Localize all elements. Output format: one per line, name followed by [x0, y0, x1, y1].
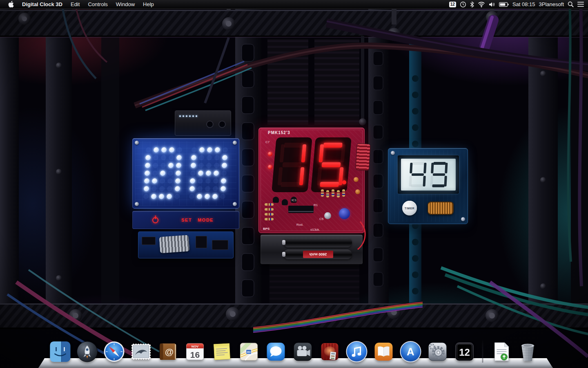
resistor [265, 208, 274, 211]
dock-item-maps[interactable]: 280 [238, 341, 260, 363]
dock-item-ibooks[interactable] [373, 341, 395, 363]
bluetooth-menu-extra[interactable] [470, 1, 474, 8]
photo-booth-icon [319, 341, 341, 363]
dock-separator [482, 339, 483, 363]
sticky-note-icon [211, 341, 233, 363]
svg-text:A: A [407, 346, 414, 358]
calendar-icon: NOV 16 [184, 341, 206, 363]
desktop: SET MODE PMK152'3 C7 IC1 R1 C5 Rod. o13c… [0, 0, 588, 368]
dock-item-trash[interactable] [517, 341, 539, 363]
component-chip [196, 236, 207, 248]
screw-icon [461, 217, 465, 221]
hours-pcb [138, 231, 234, 258]
dock-item-notes[interactable] [211, 341, 233, 363]
status-leds [179, 115, 197, 117]
copper-coil [428, 202, 454, 215]
bluetooth-icon [470, 1, 474, 8]
menu-controls[interactable]: Controls [84, 0, 111, 9]
dock-item-calendar[interactable]: NOV 16 [184, 341, 206, 363]
board-label: PMK152'3 [268, 130, 290, 135]
screw-icon [391, 151, 395, 155]
dock-item-app-store[interactable]: A [400, 341, 422, 363]
ribbon-cable [159, 235, 190, 254]
dock-item-messages[interactable] [265, 341, 287, 363]
resistor [321, 189, 324, 197]
spotlight-menu-extra[interactable] [568, 1, 574, 7]
hours-dot-matrix-display [133, 139, 239, 208]
dock-item-facetime[interactable] [292, 341, 314, 363]
ribbon-cable [355, 143, 370, 171]
component-chip [212, 240, 228, 250]
red-led-icon [268, 152, 272, 156]
resistor [265, 213, 274, 215]
mode-button[interactable]: MODE [198, 218, 214, 222]
menubar-clock[interactable]: Sat 08:15 [512, 1, 535, 7]
board-ref-bps: BPS [263, 227, 270, 231]
volume-menu-extra[interactable] [489, 2, 495, 7]
battery-menu-extra[interactable] [499, 2, 509, 7]
clock-menu-extra[interactable] [460, 1, 466, 8]
list-icon [577, 2, 584, 7]
seconds-seven-segment-display [410, 162, 447, 187]
dock-item-photo-booth[interactable] [319, 341, 341, 363]
timer-button[interactable]: TIMER [402, 201, 417, 215]
menu-bar: Digital Clock 3D Edit Controls Window He… [0, 0, 588, 9]
notification-center-menu-extra[interactable] [577, 2, 584, 7]
battery-cell: 2600 mAh [283, 249, 352, 259]
seconds-pcb-board: TIMER [388, 148, 468, 224]
finder-icon [49, 341, 71, 363]
digital-clock-app-icon: 12 [454, 341, 476, 363]
board-ref-c5: C5 [319, 217, 323, 221]
menu-help[interactable]: Help [139, 0, 158, 9]
lcd-bezel [397, 155, 459, 194]
wifi-menu-extra[interactable] [478, 2, 485, 7]
itunes-icon [346, 341, 368, 363]
gear-icon [427, 341, 449, 363]
set-button[interactable]: SET [181, 218, 192, 222]
capacitor-amber [354, 177, 359, 182]
resistor [265, 203, 274, 206]
led-driver-module [175, 110, 231, 136]
minutes-pcb-board: PMK152'3 C7 IC1 R1 C5 Rod. o13ck. BPS [258, 128, 365, 233]
dock-item-itunes[interactable] [346, 341, 368, 363]
clock-icon [460, 1, 466, 8]
resistor [332, 189, 334, 197]
dock-item-contacts[interactable]: @ [157, 341, 179, 363]
hours-clock-device: SET MODE [130, 109, 242, 261]
svg-text:16: 16 [190, 350, 200, 359]
dock-item-document[interactable] [490, 341, 512, 363]
menubar-vendor[interactable]: 3Planesoft [539, 1, 564, 7]
round-port [206, 121, 214, 128]
hours-display-panel [132, 138, 239, 209]
messages-icon [265, 341, 287, 363]
menu-edit[interactable]: Edit [67, 0, 84, 9]
menu-bar-left: Digital Clock 3D Edit Controls Window He… [4, 0, 158, 9]
document-icon [490, 341, 512, 363]
battery-capacity-label: 2600 mAh [303, 251, 333, 258]
dock-item-safari[interactable] [103, 341, 125, 363]
transistor [273, 197, 279, 203]
apple-menu[interactable] [4, 0, 18, 9]
dock: @ NOV 16 [0, 321, 588, 368]
dock-item-finder[interactable] [49, 341, 71, 363]
dock-item-mail[interactable] [130, 341, 152, 363]
app-menu-title[interactable]: Digital Clock 3D [18, 0, 67, 9]
mail-stamp-icon [130, 341, 152, 363]
power-icon[interactable] [152, 217, 158, 223]
dock-item-system-preferences[interactable] [427, 341, 449, 363]
dock-item-digital-clock-3d[interactable]: 12 [454, 341, 476, 363]
trash-icon [517, 341, 539, 363]
component-chip [142, 237, 156, 245]
date-badge-menu-extra[interactable]: 12 [449, 2, 456, 7]
dock-item-launchpad[interactable] [76, 341, 98, 363]
menu-window[interactable]: Window [112, 0, 139, 9]
safari-icon [103, 341, 125, 363]
board-ref-oclock: o13ck. [310, 228, 320, 231]
board-ref-r1: R1 [314, 203, 318, 207]
resistor [265, 218, 274, 220]
ic-chip [288, 206, 314, 212]
battery-wire [344, 220, 368, 261]
svg-text:280: 280 [247, 351, 251, 353]
video-camera-icon [292, 341, 314, 363]
svg-text:12: 12 [459, 347, 470, 358]
